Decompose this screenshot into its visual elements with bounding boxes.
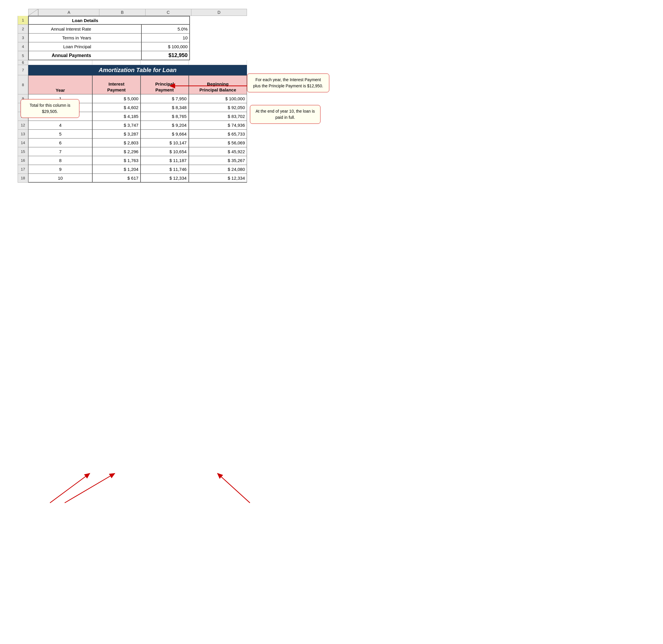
spreadsheet: A B C D 1 Loan Details 2 Annual Interest… <box>18 9 247 183</box>
data-principal-15: $ 10,654 <box>140 147 189 156</box>
data-interest-14: $ 2,803 <box>92 138 140 147</box>
data-year-18: 10 <box>28 174 92 183</box>
corner-cell <box>28 9 38 16</box>
row6-d <box>189 60 247 65</box>
callout-top-right: For each year, the Interest Payment plus… <box>247 73 329 92</box>
data-principal-16: $ 11,187 <box>140 156 189 165</box>
data-principal-10: $ 8,348 <box>140 103 189 112</box>
row-13: 13 5 $ 3,287 $ 9,664 $ 65,733 <box>18 130 247 138</box>
row-12: 12 4 $ 3,747 $ 9,204 $ 74,936 <box>18 121 247 130</box>
row-5: 5 Annual Payments $12,950 <box>18 51 247 60</box>
col-header-b: B <box>99 9 145 16</box>
data-principal-14: $ 10,147 <box>140 138 189 147</box>
row-num-7: 7 <box>18 65 28 75</box>
row-num-8: 8 <box>18 75 28 94</box>
callout-bottom-right: At the end of year 10, the loan is paid … <box>250 105 320 124</box>
row-7: 7 Amortization Table for Loan <box>18 65 247 75</box>
row-num-4: 4 <box>18 42 28 51</box>
row-14: 14 6 $ 2,803 $ 10,147 $ 56,069 <box>18 138 247 147</box>
data-interest-11: $ 4,185 <box>92 112 140 121</box>
row3-value: 10 <box>141 33 190 42</box>
data-principal-12: $ 9,204 <box>140 121 189 130</box>
row4-label: Loan Principal <box>28 42 93 51</box>
row-2: 2 Annual Interest Rate 5.0% <box>18 25 247 33</box>
row-num-15: 15 <box>18 147 28 156</box>
callout-bottom-left: Total for this column is $29,505. <box>21 99 79 118</box>
row2-col-b <box>93 25 141 33</box>
row3-label: Terms in Years <box>28 33 93 42</box>
data-principal-18: $ 12,334 <box>140 174 189 183</box>
data-principal-17: $ 11,746 <box>140 165 189 174</box>
data-balance-18: $ 12,334 <box>189 174 247 183</box>
data-interest-17: $ 1,204 <box>92 165 140 174</box>
data-balance-17: $ 24,080 <box>189 165 247 174</box>
row-1: 1 Loan Details <box>18 16 247 25</box>
data-principal-11: $ 8,765 <box>140 112 189 121</box>
row6-c <box>140 60 189 65</box>
data-principal-9: $ 7,950 <box>140 94 189 103</box>
col-header-principal: Principal Payment <box>140 75 189 94</box>
data-interest-16: $ 1,763 <box>92 156 140 165</box>
col-header-d: D <box>191 9 247 16</box>
row-8: 8 Year Interest Payment Principal Paymen… <box>18 75 247 94</box>
data-interest-10: $ 4,602 <box>92 103 140 112</box>
row-num-1: 1 <box>18 16 28 25</box>
data-interest-9: $ 5,000 <box>92 94 140 103</box>
data-balance-12: $ 74,936 <box>189 121 247 130</box>
data-balance-16: $ 35,267 <box>189 156 247 165</box>
row-17: 17 9 $ 1,204 $ 11,746 $ 24,080 <box>18 165 247 174</box>
column-headers: A B C D <box>28 9 247 16</box>
data-principal-13: $ 9,664 <box>140 130 189 138</box>
amort-title: Amortization Table for Loan <box>28 65 247 75</box>
row6-b <box>92 60 140 65</box>
data-balance-10: $ 92,050 <box>189 103 247 112</box>
row-num-17: 17 <box>18 165 28 174</box>
row5-col-b <box>93 51 141 60</box>
col-header-a: A <box>38 9 99 16</box>
data-interest-15: $ 2,296 <box>92 147 140 156</box>
row-15: 15 7 $ 2,296 $ 10,654 $ 45,922 <box>18 147 247 156</box>
row5-value: $12,950 <box>141 51 190 60</box>
row4-col-b <box>93 42 141 51</box>
col-header-balance: Beginning Principal Balance <box>189 75 247 94</box>
svg-line-2 <box>50 474 90 503</box>
data-interest-13: $ 3,287 <box>92 130 140 138</box>
data-interest-18: $ 617 <box>92 174 140 183</box>
data-balance-11: $ 83,702 <box>189 112 247 121</box>
row-num-6: 6 <box>18 60 28 65</box>
data-year-12: 4 <box>28 121 92 130</box>
row3-col-b <box>93 33 141 42</box>
row-num-5: 5 <box>18 51 28 60</box>
data-balance-9: $ 100,000 <box>189 94 247 103</box>
row2-value: 5.0% <box>141 25 190 33</box>
svg-line-3 <box>65 474 115 503</box>
row-num-2: 2 <box>18 25 28 33</box>
row1-cell-c <box>141 16 190 25</box>
row-num-13: 13 <box>18 130 28 138</box>
row-18: 18 10 $ 617 $ 12,334 $ 12,334 <box>18 174 247 183</box>
row-16: 16 8 $ 1,763 $ 11,187 $ 35,267 <box>18 156 247 165</box>
data-interest-12: $ 3,747 <box>92 121 140 130</box>
data-year-17: 9 <box>28 165 92 174</box>
data-year-13: 5 <box>28 130 92 138</box>
data-balance-15: $ 45,922 <box>189 147 247 156</box>
loan-details-title: Loan Details <box>28 16 141 25</box>
row6-a <box>28 60 92 65</box>
svg-line-4 <box>218 474 250 503</box>
col-header-interest: Interest Payment <box>92 75 140 94</box>
row-num-16: 16 <box>18 156 28 165</box>
row-num-14: 14 <box>18 138 28 147</box>
col-header-c: C <box>145 9 191 16</box>
data-year-15: 7 <box>28 147 92 156</box>
row-num-12: 12 <box>18 121 28 130</box>
row-4: 4 Loan Principal $ 100,000 <box>18 42 247 51</box>
data-year-14: 6 <box>28 138 92 147</box>
row2-label: Annual Interest Rate <box>28 25 93 33</box>
data-year-16: 8 <box>28 156 92 165</box>
row-6: 6 <box>18 60 247 65</box>
row-3: 3 Terms in Years 10 <box>18 33 247 42</box>
data-balance-13: $ 65,733 <box>189 130 247 138</box>
row-num-18: 18 <box>18 174 28 183</box>
data-balance-14: $ 56,069 <box>189 138 247 147</box>
row4-value: $ 100,000 <box>141 42 190 51</box>
